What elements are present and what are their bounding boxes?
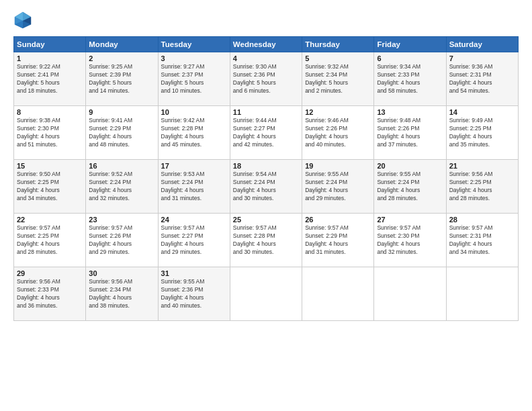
day-cell: 1Sunrise: 9:22 AM Sunset: 2:41 PM Daylig… bbox=[14, 52, 86, 106]
day-number: 26 bbox=[305, 216, 371, 224]
day-info: Sunrise: 9:55 AM Sunset: 2:36 PM Dayligh… bbox=[161, 278, 227, 310]
day-cell bbox=[374, 267, 446, 321]
day-cell: 16Sunrise: 9:52 AM Sunset: 2:24 PM Dayli… bbox=[86, 160, 158, 214]
day-info: Sunrise: 9:57 AM Sunset: 2:28 PM Dayligh… bbox=[233, 224, 299, 257]
day-number: 6 bbox=[377, 54, 443, 62]
day-number: 9 bbox=[89, 108, 154, 116]
day-info: Sunrise: 9:57 AM Sunset: 2:29 PM Dayligh… bbox=[305, 224, 371, 257]
header-cell-monday: Monday bbox=[86, 37, 158, 52]
day-cell: 19Sunrise: 9:55 AM Sunset: 2:24 PM Dayli… bbox=[302, 160, 374, 214]
day-info: Sunrise: 9:53 AM Sunset: 2:24 PM Dayligh… bbox=[161, 171, 227, 203]
day-info: Sunrise: 9:25 AM Sunset: 2:39 PM Dayligh… bbox=[89, 63, 154, 95]
day-number: 27 bbox=[377, 216, 443, 224]
day-number: 17 bbox=[161, 162, 227, 170]
day-cell: 18Sunrise: 9:54 AM Sunset: 2:24 PM Dayli… bbox=[230, 160, 302, 214]
day-number: 12 bbox=[305, 108, 371, 116]
day-info: Sunrise: 9:36 AM Sunset: 2:31 PM Dayligh… bbox=[449, 63, 515, 95]
day-cell: 29Sunrise: 9:56 AM Sunset: 2:33 PM Dayli… bbox=[14, 267, 86, 321]
day-cell: 3Sunrise: 9:27 AM Sunset: 2:37 PM Daylig… bbox=[158, 52, 230, 106]
day-cell: 5Sunrise: 9:32 AM Sunset: 2:34 PM Daylig… bbox=[302, 52, 374, 106]
day-number: 16 bbox=[89, 162, 154, 170]
day-info: Sunrise: 9:54 AM Sunset: 2:24 PM Dayligh… bbox=[233, 171, 299, 203]
day-cell: 13Sunrise: 9:48 AM Sunset: 2:26 PM Dayli… bbox=[374, 106, 446, 160]
day-cell: 6Sunrise: 9:34 AM Sunset: 2:33 PM Daylig… bbox=[374, 52, 446, 106]
day-info: Sunrise: 9:55 AM Sunset: 2:24 PM Dayligh… bbox=[377, 171, 443, 203]
header-cell-wednesday: Wednesday bbox=[230, 37, 302, 52]
day-number: 24 bbox=[161, 216, 227, 224]
day-info: Sunrise: 9:50 AM Sunset: 2:25 PM Dayligh… bbox=[17, 171, 83, 203]
day-info: Sunrise: 9:38 AM Sunset: 2:30 PM Dayligh… bbox=[17, 117, 83, 149]
day-info: Sunrise: 9:55 AM Sunset: 2:24 PM Dayligh… bbox=[305, 171, 371, 203]
day-info: Sunrise: 9:57 AM Sunset: 2:31 PM Dayligh… bbox=[449, 224, 515, 257]
header-cell-saturday: Saturday bbox=[446, 37, 518, 52]
day-number: 3 bbox=[161, 54, 227, 62]
day-cell: 28Sunrise: 9:57 AM Sunset: 2:31 PM Dayli… bbox=[446, 214, 518, 267]
day-number: 7 bbox=[449, 54, 515, 62]
day-cell: 2Sunrise: 9:25 AM Sunset: 2:39 PM Daylig… bbox=[86, 52, 158, 106]
day-cell: 25Sunrise: 9:57 AM Sunset: 2:28 PM Dayli… bbox=[230, 214, 302, 267]
header-cell-thursday: Thursday bbox=[302, 37, 374, 52]
day-cell: 22Sunrise: 9:57 AM Sunset: 2:25 PM Dayli… bbox=[14, 214, 86, 267]
day-cell: 15Sunrise: 9:50 AM Sunset: 2:25 PM Dayli… bbox=[14, 160, 86, 214]
day-cell: 21Sunrise: 9:56 AM Sunset: 2:25 PM Dayli… bbox=[446, 160, 518, 214]
day-cell: 23Sunrise: 9:57 AM Sunset: 2:26 PM Dayli… bbox=[86, 214, 158, 267]
day-number: 4 bbox=[233, 54, 299, 62]
week-row-1: 1Sunrise: 9:22 AM Sunset: 2:41 PM Daylig… bbox=[14, 52, 519, 106]
day-info: Sunrise: 9:22 AM Sunset: 2:41 PM Dayligh… bbox=[17, 63, 83, 95]
day-info: Sunrise: 9:56 AM Sunset: 2:25 PM Dayligh… bbox=[449, 171, 515, 203]
day-cell: 26Sunrise: 9:57 AM Sunset: 2:29 PM Dayli… bbox=[302, 214, 374, 267]
day-info: Sunrise: 9:44 AM Sunset: 2:27 PM Dayligh… bbox=[233, 117, 299, 149]
header-cell-tuesday: Tuesday bbox=[158, 37, 230, 52]
day-info: Sunrise: 9:57 AM Sunset: 2:30 PM Dayligh… bbox=[377, 224, 443, 257]
logo bbox=[13, 11, 35, 30]
day-cell: 31Sunrise: 9:55 AM Sunset: 2:36 PM Dayli… bbox=[158, 267, 230, 321]
day-info: Sunrise: 9:52 AM Sunset: 2:24 PM Dayligh… bbox=[89, 171, 154, 203]
header bbox=[13, 11, 519, 30]
header-cell-sunday: Sunday bbox=[14, 37, 86, 52]
day-cell: 11Sunrise: 9:44 AM Sunset: 2:27 PM Dayli… bbox=[230, 106, 302, 160]
day-info: Sunrise: 9:42 AM Sunset: 2:28 PM Dayligh… bbox=[161, 117, 227, 149]
day-cell bbox=[446, 267, 518, 321]
day-number: 5 bbox=[305, 54, 371, 62]
day-cell: 12Sunrise: 9:46 AM Sunset: 2:26 PM Dayli… bbox=[302, 106, 374, 160]
day-info: Sunrise: 9:30 AM Sunset: 2:36 PM Dayligh… bbox=[233, 63, 299, 95]
day-number: 31 bbox=[161, 269, 227, 277]
day-cell: 14Sunrise: 9:49 AM Sunset: 2:25 PM Dayli… bbox=[446, 106, 518, 160]
day-info: Sunrise: 9:57 AM Sunset: 2:27 PM Dayligh… bbox=[161, 224, 227, 257]
day-number: 2 bbox=[89, 54, 154, 62]
week-row-2: 8Sunrise: 9:38 AM Sunset: 2:30 PM Daylig… bbox=[14, 106, 519, 160]
day-cell: 17Sunrise: 9:53 AM Sunset: 2:24 PM Dayli… bbox=[158, 160, 230, 214]
day-cell: 20Sunrise: 9:55 AM Sunset: 2:24 PM Dayli… bbox=[374, 160, 446, 214]
day-number: 20 bbox=[377, 162, 443, 170]
week-row-3: 15Sunrise: 9:50 AM Sunset: 2:25 PM Dayli… bbox=[14, 160, 519, 214]
logo-icon bbox=[13, 11, 32, 30]
day-number: 19 bbox=[305, 162, 371, 170]
day-info: Sunrise: 9:56 AM Sunset: 2:34 PM Dayligh… bbox=[89, 278, 154, 310]
day-number: 21 bbox=[449, 162, 515, 170]
day-number: 1 bbox=[17, 54, 83, 62]
day-number: 23 bbox=[89, 216, 154, 224]
day-info: Sunrise: 9:49 AM Sunset: 2:25 PM Dayligh… bbox=[449, 117, 515, 149]
page: SundayMondayTuesdayWednesdayThursdayFrid… bbox=[0, 0, 532, 411]
day-info: Sunrise: 9:34 AM Sunset: 2:33 PM Dayligh… bbox=[377, 63, 443, 95]
week-row-4: 22Sunrise: 9:57 AM Sunset: 2:25 PM Dayli… bbox=[14, 214, 519, 267]
day-cell: 27Sunrise: 9:57 AM Sunset: 2:30 PM Dayli… bbox=[374, 214, 446, 267]
day-number: 8 bbox=[17, 108, 83, 116]
day-info: Sunrise: 9:57 AM Sunset: 2:25 PM Dayligh… bbox=[17, 224, 83, 257]
day-number: 18 bbox=[233, 162, 299, 170]
day-number: 13 bbox=[377, 108, 443, 116]
day-info: Sunrise: 9:32 AM Sunset: 2:34 PM Dayligh… bbox=[305, 63, 371, 95]
day-cell: 9Sunrise: 9:41 AM Sunset: 2:29 PM Daylig… bbox=[86, 106, 158, 160]
day-cell: 10Sunrise: 9:42 AM Sunset: 2:28 PM Dayli… bbox=[158, 106, 230, 160]
day-cell: 7Sunrise: 9:36 AM Sunset: 2:31 PM Daylig… bbox=[446, 52, 518, 106]
calendar-table: SundayMondayTuesdayWednesdayThursdayFrid… bbox=[13, 36, 519, 321]
day-cell: 24Sunrise: 9:57 AM Sunset: 2:27 PM Dayli… bbox=[158, 214, 230, 267]
day-cell bbox=[230, 267, 302, 321]
day-number: 10 bbox=[161, 108, 227, 116]
day-info: Sunrise: 9:27 AM Sunset: 2:37 PM Dayligh… bbox=[161, 63, 227, 95]
day-number: 11 bbox=[233, 108, 299, 116]
day-cell: 4Sunrise: 9:30 AM Sunset: 2:36 PM Daylig… bbox=[230, 52, 302, 106]
day-number: 14 bbox=[449, 108, 515, 116]
day-number: 15 bbox=[17, 162, 83, 170]
day-cell: 30Sunrise: 9:56 AM Sunset: 2:34 PM Dayli… bbox=[86, 267, 158, 321]
